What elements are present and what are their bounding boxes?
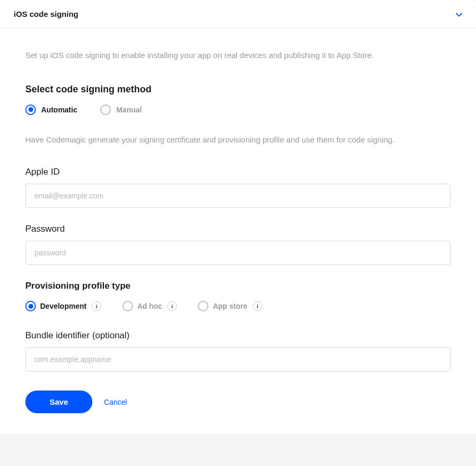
- radio-development[interactable]: Development i: [25, 301, 101, 311]
- password-label: Password: [25, 224, 451, 234]
- radio-automatic[interactable]: Automatic: [25, 104, 77, 115]
- radio-icon: [25, 104, 36, 115]
- info-icon[interactable]: i: [92, 301, 101, 311]
- intro-text: Set up iOS code signing to enable instal…: [25, 50, 451, 62]
- cancel-button[interactable]: Cancel: [104, 398, 127, 406]
- radio-label: App store: [213, 302, 247, 310]
- save-button[interactable]: Save: [25, 391, 92, 413]
- radio-icon: [122, 301, 133, 311]
- apple-id-label: Apple ID: [25, 167, 451, 177]
- radio-label: Development: [40, 302, 87, 310]
- panel-body: Set up iOS code signing to enable instal…: [0, 28, 476, 434]
- radio-label: Ad hoc: [137, 302, 162, 310]
- info-icon[interactable]: i: [167, 301, 177, 311]
- radio-manual[interactable]: Manual: [100, 104, 141, 115]
- radio-label: Automatic: [41, 106, 77, 114]
- info-icon[interactable]: i: [253, 301, 262, 311]
- password-input[interactable]: [25, 241, 451, 265]
- panel-title: iOS code signing: [14, 9, 79, 18]
- radio-icon: [25, 301, 36, 311]
- apple-id-group: Apple ID: [25, 167, 451, 208]
- method-heading: Select code signing method: [25, 84, 451, 95]
- profile-heading: Provisioning profile type: [25, 281, 451, 291]
- action-row: Save Cancel: [25, 391, 451, 413]
- radio-appstore[interactable]: App store i: [198, 301, 262, 311]
- chevron-down-icon: [456, 10, 462, 18]
- radio-adhoc[interactable]: Ad hoc i: [122, 301, 177, 311]
- bundle-id-label: Bundle identifier (optional): [25, 330, 451, 341]
- ios-code-signing-panel: iOS code signing Set up iOS code signing…: [0, 0, 476, 434]
- method-description: Have Codemagic generate your signing cer…: [25, 134, 451, 146]
- radio-icon: [198, 301, 208, 311]
- password-group: Password: [25, 224, 451, 265]
- bundle-id-group: Bundle identifier (optional): [25, 330, 451, 372]
- signing-method-group: Automatic Manual: [25, 104, 451, 115]
- profile-type-group: Development i Ad hoc i App store i: [25, 301, 451, 311]
- radio-label: Manual: [116, 106, 141, 114]
- bundle-id-input[interactable]: [25, 347, 451, 372]
- apple-id-input[interactable]: [25, 184, 451, 208]
- panel-header[interactable]: iOS code signing: [0, 0, 476, 28]
- radio-icon: [100, 104, 111, 115]
